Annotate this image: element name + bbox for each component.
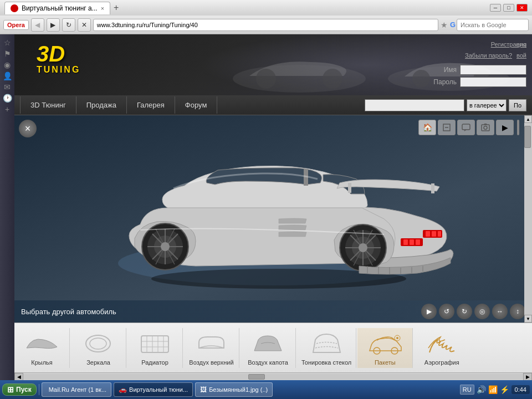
new-tab-button[interactable]: + <box>114 3 119 13</box>
close-window-button[interactable]: ✕ <box>516 4 528 12</box>
nav-3d-tuning[interactable]: 3D Тюнинг <box>20 96 76 114</box>
sidebar-clock-icon[interactable]: 🕐 <box>3 94 12 102</box>
scroll-down-button[interactable]: ▼ <box>524 315 532 323</box>
nav-search-input[interactable] <box>365 99 464 111</box>
taskbar-item-mail[interactable]: Mail.Ru Агент (1 вк... <box>42 382 111 397</box>
part-item-air-upper[interactable]: Воздух верхний <box>184 328 239 368</box>
air-hood-icon <box>249 330 288 358</box>
tint-label: Тонировка стекол <box>301 359 351 366</box>
part-item-tint[interactable]: Тонировка стекол <box>297 328 356 368</box>
maximize-button[interactable]: □ <box>503 4 514 12</box>
sidebar-rss-icon[interactable]: ◉ <box>4 61 11 69</box>
close-viewer-button[interactable]: × <box>19 120 37 137</box>
titlebar: Виртуальный тюнинг а... × + ─ □ ✕ <box>0 0 532 16</box>
taskbar-item-image[interactable]: 🖼 Безымянный1.jpg (..) <box>195 382 273 397</box>
back-button[interactable]: ◀ <box>31 18 44 32</box>
forward-button[interactable]: ▶ <box>47 18 60 32</box>
nav-gallery[interactable]: Галерея <box>127 96 175 114</box>
svg-rect-15 <box>426 231 430 237</box>
wings-label: Крылья <box>31 359 53 366</box>
username-row: Имя <box>426 65 526 75</box>
scroll-thumb[interactable] <box>524 126 531 148</box>
nav-search-button[interactable]: По <box>509 99 526 111</box>
register-link[interactable]: Регистрация <box>491 41 526 48</box>
nav-sale[interactable]: Продажа <box>76 96 127 114</box>
browser-sidebar: ☆ ⚑ ◉ 👤 ✉ 🕐 + <box>0 34 14 380</box>
active-tab[interactable]: Виртуальный тюнинг а... × <box>4 2 110 14</box>
login-link[interactable]: вой <box>516 52 526 59</box>
part-item-radiator[interactable]: Радиатор <box>127 328 183 368</box>
login-links: Забыли пароль? вой <box>465 52 526 59</box>
volume-tray-icon[interactable]: 🔊 <box>477 385 486 394</box>
photo-tool-button[interactable] <box>477 120 494 135</box>
start-button[interactable]: ⊞ Пуск <box>2 383 37 396</box>
nav-search-select[interactable]: в галерее <box>467 99 507 111</box>
part-item-wings[interactable]: Крылья <box>14 328 70 368</box>
svg-point-2 <box>323 69 342 89</box>
windows-taskbar: ⊞ Пуск Mail.Ru Агент (1 вк... 🚗 Виртуаль… <box>0 380 532 399</box>
rotate-left-control[interactable]: ↺ <box>439 304 454 319</box>
part-item-air-hood[interactable]: Воздух капота <box>241 328 296 368</box>
address-bar-container: ★ <box>93 19 448 31</box>
svg-rect-19 <box>403 239 408 245</box>
language-indicator[interactable]: RU <box>460 385 474 395</box>
part-item-airbrush[interactable]: Аэрография <box>414 328 469 368</box>
opera-logo[interactable]: Opera <box>3 20 29 30</box>
more-tool-button[interactable]: ▶ <box>496 120 514 135</box>
scroll-track <box>524 123 532 315</box>
username-input[interactable] <box>460 65 526 75</box>
tuning-viewer: × 🏠 ▶ <box>14 115 532 323</box>
sidebar-mail-icon[interactable]: ✉ <box>4 83 11 91</box>
password-input[interactable] <box>460 77 526 87</box>
packages-label: Пакеты <box>375 359 396 366</box>
taskbar-separator-1 <box>39 384 39 395</box>
zoom-control[interactable]: ◎ <box>474 304 490 319</box>
comment-tool-button[interactable] <box>457 120 475 135</box>
mail-label: Mail.Ru Агент (1 вк... <box>49 386 106 393</box>
edit-tool-button[interactable] <box>438 120 456 135</box>
sidebar-add-icon[interactable]: + <box>5 105 9 113</box>
home-tool-button[interactable]: 🏠 <box>418 120 436 135</box>
pan-h-control[interactable]: ↔ <box>492 304 508 319</box>
svg-rect-16 <box>432 231 436 237</box>
sidebar-bookmarks-icon[interactable]: ☆ <box>4 39 11 47</box>
scroll-thumb-h[interactable] <box>248 374 265 380</box>
radiator-label: Радиатор <box>141 359 168 366</box>
stop-button[interactable]: ✕ <box>78 18 91 32</box>
part-item-mirrors[interactable]: Зеркала <box>71 328 126 368</box>
taskbar-item-tuning[interactable]: 🚗 Виртуальный тюни... <box>114 382 193 397</box>
username-label: Имя <box>426 66 457 74</box>
viewer-scrollbar: ▲ ▼ <box>524 115 532 323</box>
bookmark-star[interactable]: ★ <box>441 21 448 29</box>
sidebar-history-icon[interactable]: ⚑ <box>4 50 11 58</box>
nav-search-area: в галерее По <box>365 99 526 111</box>
air-hood-label: Воздух капота <box>248 359 288 366</box>
scroll-right-button[interactable]: ▶ <box>523 373 532 381</box>
scroll-up-button[interactable]: ▲ <box>524 115 532 123</box>
packages-icon <box>366 330 405 358</box>
site-logo[interactable]: 3D TUNING <box>37 43 80 75</box>
battery-tray-icon[interactable]: ⚡ <box>500 385 509 394</box>
minimize-button[interactable]: ─ <box>490 4 501 12</box>
tint-icon <box>307 330 346 358</box>
mirrors-icon <box>79 330 118 358</box>
play-control[interactable]: ▶ <box>421 304 437 319</box>
part-item-packages[interactable]: Пакеты <box>357 328 413 368</box>
search-input[interactable] <box>457 19 529 31</box>
airbrush-icon <box>422 330 461 358</box>
scroll-track-h <box>23 374 523 380</box>
reload-button[interactable]: ↻ <box>62 18 75 32</box>
choose-car-button[interactable]: Выбрать другой автомобиль <box>21 308 116 316</box>
sidebar-contacts-icon[interactable]: 👤 <box>3 72 12 80</box>
network-tray-icon[interactable]: 📶 <box>488 385 498 394</box>
search-container: G <box>450 19 529 31</box>
rotate-right-control[interactable]: ↻ <box>457 304 472 319</box>
site-navigation: 3D Тюнинг Продажа Галерея Форум в галере… <box>14 95 532 115</box>
radiator-icon <box>136 330 175 358</box>
nav-forum[interactable]: Форум <box>175 96 218 114</box>
address-bar[interactable] <box>93 19 438 31</box>
scroll-left-button[interactable]: ◀ <box>14 373 23 381</box>
pan-v-control[interactable]: ↕ <box>510 304 525 319</box>
tab-close-btn[interactable]: × <box>101 5 104 12</box>
forgot-password-link[interactable]: Забыли пароль? <box>465 52 512 59</box>
